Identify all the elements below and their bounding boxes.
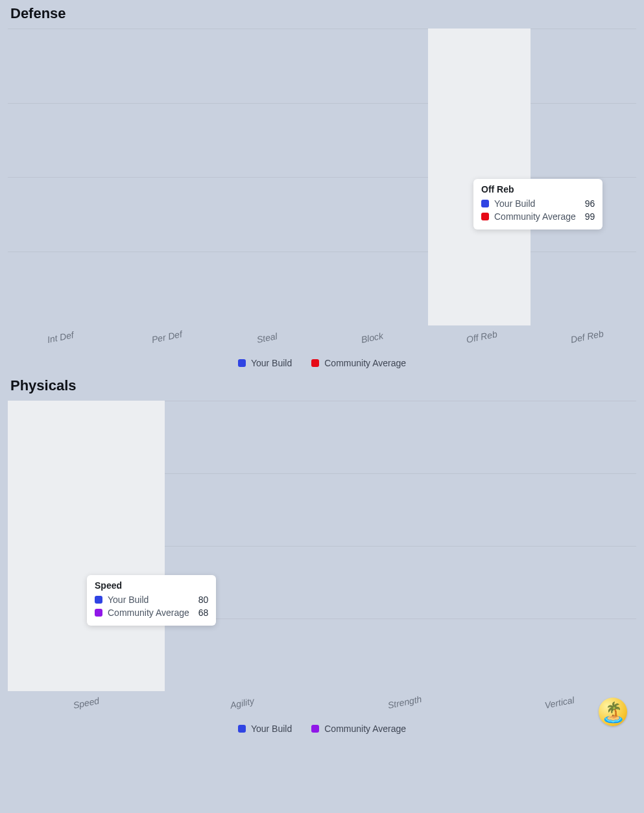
bar-groups-physicals — [8, 401, 636, 691]
bar-group[interactable] — [165, 401, 322, 691]
bar-group[interactable] — [8, 401, 165, 691]
axis-label: Vertical — [543, 694, 575, 711]
chart-physicals: Speed Your Build 80 Community Average 68… — [8, 401, 636, 734]
axis-label: Speed — [73, 695, 101, 710]
bar-group[interactable] — [322, 401, 479, 691]
legend-physicals: Your Build Community Average — [8, 724, 636, 734]
tooltip-defense: Off Reb Your Build 96 Community Average … — [473, 179, 602, 230]
tooltip-title: Speed — [95, 580, 208, 591]
section-title-physicals: Physicals — [10, 377, 636, 394]
axis-label: Block — [361, 331, 385, 345]
swatch-icon — [238, 359, 246, 367]
axis-label: Per Def — [151, 329, 184, 345]
tooltip-row: Community Average 99 — [481, 210, 595, 223]
swatch-icon — [95, 609, 102, 617]
swatch-icon — [311, 359, 319, 367]
tooltip-physicals: Speed Your Build 80 Community Average 68 — [87, 575, 216, 626]
legend-defense: Your Build Community Average — [8, 358, 636, 368]
tooltip-row: Your Build 80 — [95, 593, 208, 606]
plot-area-defense: Off Reb Your Build 96 Community Average … — [8, 29, 636, 325]
bar-groups-defense — [8, 29, 636, 325]
axis-label: Steal — [256, 331, 278, 345]
bar-group[interactable] — [427, 29, 532, 325]
plot-area-physicals: Speed Your Build 80 Community Average 68 — [8, 401, 636, 691]
legend-item: Your Build — [238, 724, 292, 734]
chart-defense: Off Reb Your Build 96 Community Average … — [8, 29, 636, 368]
bar-group[interactable] — [322, 29, 427, 325]
swatch-icon — [238, 725, 246, 733]
swatch-icon — [481, 213, 489, 220]
axis-labels-defense: Int DefPer DefStealBlockOff RebDef Reb — [8, 325, 636, 354]
axis-label: Agility — [230, 696, 256, 711]
legend-item: Your Build — [238, 358, 292, 368]
bar-group[interactable] — [113, 29, 218, 325]
axis-labels-physicals: SpeedAgilityStrengthVertical — [8, 691, 636, 720]
badge-icon[interactable]: 🏝️ — [599, 698, 627, 726]
bar-group[interactable] — [217, 29, 322, 325]
tooltip-row: Community Average 68 — [95, 606, 208, 619]
tooltip-row: Your Build 96 — [481, 197, 595, 210]
legend-item: Community Average — [311, 724, 406, 734]
bar-group[interactable] — [532, 29, 637, 325]
bar-group[interactable] — [479, 401, 636, 691]
swatch-icon — [95, 596, 102, 604]
swatch-icon — [481, 200, 489, 207]
axis-label: Off Reb — [465, 329, 497, 345]
axis-label: Def Reb — [570, 328, 604, 345]
page-root: Defense Off Reb Your Build 96 Community … — [0, 0, 644, 747]
bar-group[interactable] — [8, 29, 113, 325]
tooltip-title: Off Reb — [481, 184, 595, 194]
swatch-icon — [311, 725, 319, 733]
legend-item: Community Average — [311, 358, 406, 368]
axis-label: Int Def — [46, 329, 75, 345]
section-title-defense: Defense — [10, 5, 636, 22]
axis-label: Strength — [387, 694, 422, 711]
